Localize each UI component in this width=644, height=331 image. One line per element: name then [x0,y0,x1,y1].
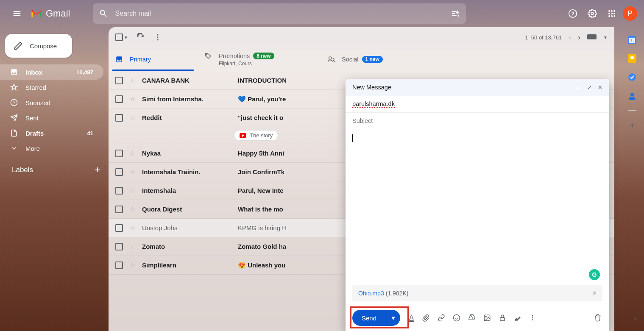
svg-point-17 [329,57,332,59]
gmail-logo[interactable]: Gmail [31,8,70,19]
mail-checkbox[interactable] [115,261,123,269]
next-page-button[interactable]: › [578,33,580,42]
compose-title: New Message [352,84,391,91]
tab-social-label: Social [342,56,359,63]
star-button[interactable]: ☆ [130,114,135,122]
search-box[interactable] [93,3,466,24]
compose-to-field[interactable]: parulsharma.dk [346,96,609,113]
calendar-app-button[interactable]: 31 [628,36,636,44]
mail-checkbox[interactable] [115,224,123,232]
nav-label: Drafts [25,130,44,137]
send-button[interactable]: Send [352,310,386,326]
svg-point-24 [532,317,533,319]
minimize-button[interactable]: — [576,84,581,91]
support-button[interactable] [564,5,581,22]
sidebar-item-drafts[interactable]: Drafts41 [0,125,103,141]
sidebar: Compose Inbox12,497StarredSnoozedSentDra… [0,27,109,331]
inbox-icon [10,68,18,76]
mail-checkbox[interactable] [115,114,123,122]
attachment-text: The story [250,132,273,139]
star-button[interactable]: ☆ [130,95,135,103]
mail-sender: Nykaa [142,150,231,157]
mail-sender: Simplilearn [142,261,231,269]
send-icon [10,114,18,122]
signature-button[interactable] [514,314,522,322]
refresh-button[interactable] [137,33,145,42]
mail-checkbox[interactable] [115,77,123,84]
star-button[interactable]: ☆ [130,261,135,269]
compose-subject-input[interactable] [352,117,602,124]
pencil-icon [14,41,23,50]
svg-point-3 [611,10,613,12]
grammarly-icon[interactable]: G [589,269,600,280]
sidebar-item-sent[interactable]: Sent [0,110,103,125]
tab-promotions-label: Promotions [219,53,250,59]
input-tools-button[interactable] [587,34,597,40]
fullscreen-button[interactable]: ⤢ [587,84,592,91]
keep-app-button[interactable] [628,54,636,63]
star-button[interactable]: ☆ [130,224,135,232]
link-button[interactable] [438,314,446,322]
select-all-checkbox[interactable] [115,33,123,41]
star-button[interactable]: ☆ [130,77,135,84]
emoji-button[interactable] [453,314,461,322]
tab-primary-label: Primary [130,56,151,63]
compose-attachment[interactable]: Ohio.mp3 (1,902K) × [352,285,602,301]
side-panel-toggle[interactable]: › [634,315,636,323]
tab-primary[interactable]: Primary [109,47,198,71]
svg-point-5 [608,13,610,14]
attachment-name: Ohio.mp3 [358,290,384,297]
add-label-button[interactable]: + [95,164,100,175]
more-options-button[interactable] [529,314,538,321]
mail-checkbox[interactable] [115,168,123,176]
select-dropdown[interactable]: ▼ [124,35,128,40]
compose-button[interactable]: Compose [5,34,72,58]
toolbar: ▼ 1–50 of 13,761 ‹ › ▼ [109,27,614,47]
star-button[interactable]: ☆ [130,150,135,157]
category-tabs: Primary Promotions 8 new Flipkart, Cours… [109,47,614,71]
prev-page-button[interactable]: ‹ [569,33,571,42]
mail-checkbox[interactable] [115,150,123,157]
tab-promotions[interactable]: Promotions 8 new Flipkart, Cours [198,47,321,71]
tasks-app-button[interactable] [628,73,636,81]
send-options-button[interactable]: ▼ [386,310,400,326]
remove-attachment-button[interactable]: × [593,289,597,297]
settings-button[interactable] [584,5,601,22]
contacts-app-button[interactable] [628,92,636,100]
star-button[interactable]: ☆ [130,168,135,176]
tab-social[interactable]: Social 1 new [321,47,410,71]
confidential-button[interactable] [499,314,507,322]
sidebar-item-inbox[interactable]: Inbox12,497 [0,64,103,80]
image-button[interactable] [483,314,492,322]
mail-checkbox[interactable] [115,243,123,250]
formatting-button[interactable]: A [407,314,415,322]
sidebar-item-starred[interactable]: Starred [0,80,103,95]
star-button[interactable]: ☆ [130,187,135,195]
svg-point-16 [206,54,207,55]
sidebar-item-more[interactable]: More [0,141,103,156]
mail-checkbox[interactable] [115,187,123,195]
tune-icon[interactable] [451,9,460,18]
discard-button[interactable] [594,314,602,322]
more-button[interactable] [153,33,162,42]
star-button[interactable]: ☆ [130,243,135,250]
drive-button[interactable] [468,314,477,322]
promotions-preview: Flipkart, Cours [219,61,252,67]
input-tools-dropdown[interactable]: ▼ [603,35,608,40]
search-input[interactable] [115,10,444,17]
close-button[interactable]: ✕ [598,84,602,91]
attach-button[interactable] [422,314,431,322]
compose-body[interactable]: G [346,129,609,285]
addons-button[interactable]: + [628,121,636,129]
mail-checkbox[interactable] [115,206,123,213]
avatar[interactable]: P [623,6,637,21]
star-button[interactable]: ☆ [130,206,135,213]
apps-button[interactable] [603,5,620,22]
main-menu-button[interactable] [7,3,27,24]
attachment-chip[interactable]: The story [234,130,278,141]
mail-checkbox[interactable] [115,95,123,103]
file-icon [10,129,18,137]
promotions-badge: 8 new [253,53,274,59]
compose-header[interactable]: New Message — ⤢ ✕ [346,79,609,96]
sidebar-item-snoozed[interactable]: Snoozed [0,95,103,110]
